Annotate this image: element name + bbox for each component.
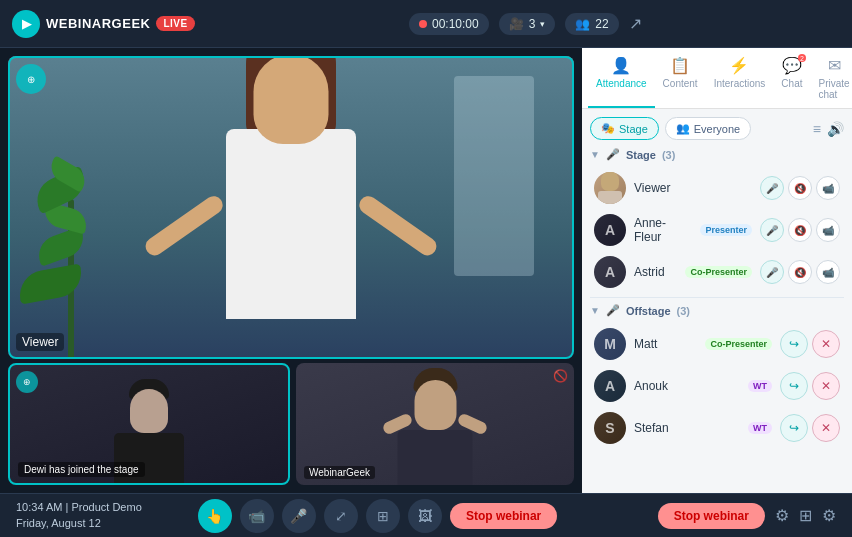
top-bar: ▶ WEBINARGEEK LIVE 00:10:00 🎥 3 ▾ 👥 22 ↗ [0,0,852,48]
filter-stage[interactable]: 🎭 Stage [590,117,659,140]
action-video-viewer[interactable]: 📹 [816,176,840,200]
stage-chevron: ▼ [590,149,600,160]
filter-row: 🎭 Stage 👥 Everyone ≡ 🔊 [590,117,844,140]
logo-symbol: ▶ [22,17,31,31]
small-video-dewi: ⊕ Dewi has joined the stage [8,363,290,485]
role-stefan: WT [748,422,772,434]
join-notification: Dewi has joined the stage [18,462,145,477]
action-mic-viewer[interactable]: 🎤 [760,176,784,200]
name-annefleur: Anne-Fleur [634,216,692,244]
chevron-icon: ▾ [540,19,545,29]
interactions-icon: ⚡ [729,56,749,75]
offstage-section-header[interactable]: ▼ 🎤 Offstage (3) [590,304,844,317]
action-remove-matt[interactable]: ✕ [812,330,840,358]
avatar-stefan: S [594,412,626,444]
grid-icon[interactable]: ⊞ [799,506,812,525]
presenter-body [161,56,421,359]
action-remove-anouk[interactable]: ✕ [812,372,840,400]
sv-logo-1: ⊕ [16,371,38,393]
offstage-label: Offstage [626,305,671,317]
name-stefan: Stefan [634,421,740,435]
action-mic-astrid[interactable]: 🎤 [760,260,784,284]
tab-interactions[interactable]: ⚡ Interactions [706,48,774,108]
attendees-count: 3 [529,17,536,31]
video-logo: ⊕ [16,64,46,94]
video-overlay-top: ⊕ [16,64,46,94]
tab-private-chat[interactable]: ✉ Private chat [810,48,852,108]
main-viewer-label: Viewer [16,333,64,351]
logo-icon: ▶ [12,10,40,38]
tab-interactions-label: Interactions [714,78,766,89]
actions-matt: ↪ ✕ [780,330,840,358]
avatar-anouk: A [594,370,626,402]
control-pointer[interactable]: 👆 [198,499,232,533]
name-matt: Matt [634,337,697,351]
actions-stefan: ↪ ✕ [780,414,840,442]
attendee-row-stefan: S Stefan WT ↪ ✕ [590,407,844,449]
action-micoff-astrid[interactable]: 🔇 [788,260,812,284]
bottom-controls: 👆 📹 🎤 ⤢ ⊞ 🖼 Stop webinar [198,499,557,533]
tab-chat[interactable]: 💬2 Chat [773,48,810,108]
date-line: Friday, August 12 [16,516,142,531]
viewers-count: 22 [595,17,608,31]
control-mic[interactable]: 🎤 [282,499,316,533]
timer-dot [419,20,427,28]
role-anouk: WT [748,380,772,392]
avatar-annefleur: A [594,214,626,246]
viewers-badge: 👥 22 [565,13,618,35]
action-mute-annefleur[interactable]: 🔇 [788,218,812,242]
bottom-time: 10:34 AM | Product Demo Friday, August 1… [16,500,142,531]
bottom-bar: 10:34 AM | Product Demo Friday, August 1… [0,493,852,537]
top-bar-center: 00:10:00 🎥 3 ▾ 👥 22 ↗ [409,13,642,35]
tab-attendance-label: Attendance [596,78,647,89]
action-video-astrid[interactable]: 📹 [816,260,840,284]
right-panel: 👤 Attendance 📋 Content ⚡ Interactions 💬2… [582,48,852,493]
live-badge: LIVE [156,16,194,31]
content-icon: 📋 [670,56,690,75]
role-astrid: Co-Presenter [685,266,752,278]
stage-filter-label: Stage [619,123,648,135]
stop-webinar-center[interactable]: Stop webinar [450,503,557,529]
control-camera[interactable]: 📹 [240,499,274,533]
offstage-chevron: ▼ [590,305,600,316]
settings-icon[interactable]: ⚙ [775,506,789,525]
bottom-videos: ⊕ Dewi has joined the stage 🚫 [0,363,582,493]
action-remove-stefan[interactable]: ✕ [812,414,840,442]
stage-section-header[interactable]: ▼ 🎤 Stage (3) [590,148,844,161]
attendees-icon: 🎥 [509,17,524,31]
control-expand[interactable]: ⤢ [324,499,358,533]
sv-muted-icon: 🚫 [553,369,568,383]
actions-anouk: ↪ ✕ [780,372,840,400]
offstage-count: (3) [677,305,690,317]
filter-icons: ≡ 🔊 [813,121,844,137]
control-image[interactable]: 🖼 [408,499,442,533]
action-mic-annefleur[interactable]: 🎤 [760,218,784,242]
action-teal-stefan[interactable]: ↪ [780,414,808,442]
attendees-badge: 🎥 3 ▾ [499,13,556,35]
control-layout[interactable]: ⊞ [366,499,400,533]
stop-webinar-right[interactable]: Stop webinar [658,503,765,529]
filter-everyone[interactable]: 👥 Everyone [665,117,751,140]
main-content: ⊕ Viewer ⊕ Dewi has joined the stage [0,48,852,493]
plant-decoration [28,139,118,359]
private-chat-icon: ✉ [828,56,841,75]
avatar-astrid: A [594,256,626,288]
stage-mic-icon: 🎤 [606,148,620,161]
name-astrid: Astrid [634,265,677,279]
export-icon[interactable]: ↗ [629,14,642,33]
action-teal-anouk[interactable]: ↪ [780,372,808,400]
action-mute-viewer[interactable]: 🔇 [788,176,812,200]
action-video-annefleur[interactable]: 📹 [816,218,840,242]
tab-attendance[interactable]: 👤 Attendance [588,48,655,108]
logo: ▶ WEBINARGEEK LIVE [12,10,195,38]
tab-private-chat-label: Private chat [818,78,849,100]
action-teal-matt[interactable]: ↪ [780,330,808,358]
chat-icon: 💬2 [782,56,802,75]
actions-viewer: 🎤 🔇 📹 [760,176,840,200]
more-icon[interactable]: ⚙ [822,506,836,525]
timer-value: 00:10:00 [432,17,479,31]
tab-chat-label: Chat [781,78,802,89]
filter-sort-icon[interactable]: ≡ [813,121,821,137]
tab-content[interactable]: 📋 Content [655,48,706,108]
filter-audio-icon[interactable]: 🔊 [827,121,844,137]
